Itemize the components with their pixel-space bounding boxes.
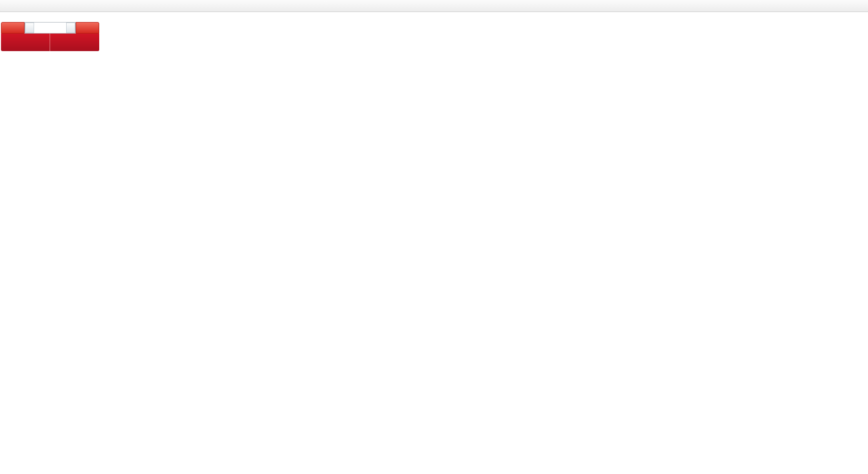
buy-price[interactable] [50,34,99,51]
toolbar [0,0,868,12]
sell-button[interactable] [1,22,25,34]
buy-button[interactable] [76,22,99,34]
chart-canvas[interactable] [0,0,868,474]
sell-price[interactable] [1,34,50,51]
volume-increase-button[interactable] [66,23,75,33]
volume-decrease-button[interactable] [25,23,34,33]
one-click-trading-panel [1,22,99,51]
chart-window [0,0,868,474]
volume-field [25,22,76,34]
volume-input[interactable] [34,23,66,33]
mt4-terminal [0,0,868,474]
